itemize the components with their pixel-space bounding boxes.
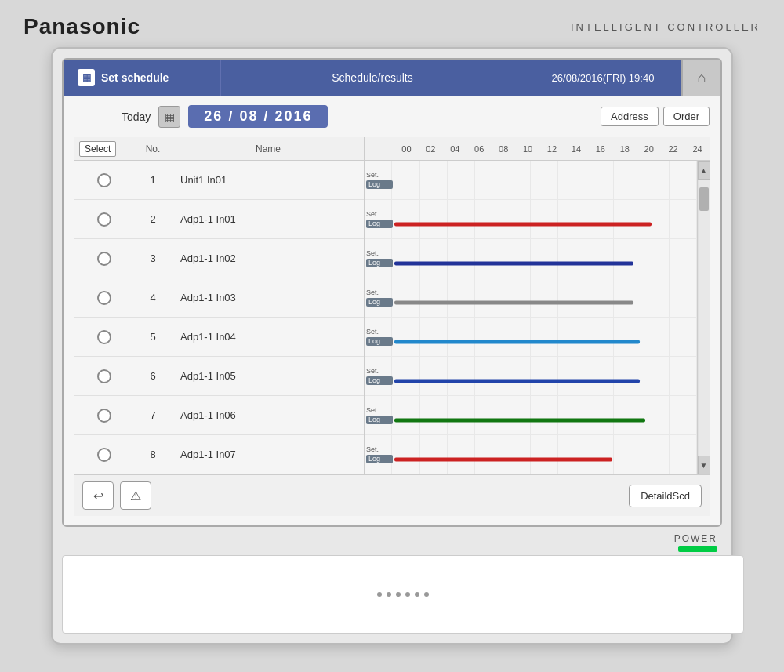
scrollbar: ▲ ▼ xyxy=(697,161,710,474)
schedule-bar xyxy=(394,379,640,383)
chart-row: Set. Log xyxy=(365,357,697,396)
col-no-header: No. xyxy=(133,143,172,154)
time-tick: 20 xyxy=(637,144,661,154)
col-select-header: Select xyxy=(74,141,133,157)
table-header-row: Select No. Name xyxy=(74,137,364,161)
left-panel: Select No. Name 1 Unit1 In01 2 Adp1-1 In… xyxy=(74,137,365,474)
table-row: 4 Adp1-1 In03 xyxy=(74,278,364,318)
header-set-schedule: ▦ Set schedule xyxy=(64,60,220,96)
back-button[interactable]: ↩ xyxy=(82,481,114,510)
controller-label: INTELLIGENT CONTROLLER xyxy=(571,21,760,33)
warning-button[interactable]: ⚠ xyxy=(120,481,151,510)
row-name: Adp1-1 In02 xyxy=(172,252,364,264)
time-tick: 14 xyxy=(564,144,588,154)
row-number: 4 xyxy=(133,292,172,303)
order-button[interactable]: Order xyxy=(663,107,710,126)
row-radio[interactable] xyxy=(74,212,133,227)
row-radio[interactable] xyxy=(74,291,133,305)
row-number: 7 xyxy=(133,409,172,421)
chart-area xyxy=(394,239,697,278)
set-log-labels: Set. Log xyxy=(365,239,394,278)
row-number: 5 xyxy=(133,331,172,343)
scroll-down-button[interactable]: ▼ xyxy=(698,456,710,474)
chart-area xyxy=(394,200,697,238)
calendar-date-icon[interactable]: ▦ xyxy=(158,106,180,128)
address-button[interactable]: Address xyxy=(601,107,659,126)
row-name: Adp1-1 In07 xyxy=(172,449,364,460)
row-radio[interactable] xyxy=(74,330,133,344)
row-number: 6 xyxy=(133,370,172,382)
row-radio[interactable] xyxy=(74,369,133,383)
time-tick: 24 xyxy=(685,144,710,154)
set-log-labels: Set. Log xyxy=(365,435,394,474)
radio-circle xyxy=(97,448,111,462)
table-row: 1 Unit1 In01 xyxy=(74,161,364,200)
schedule-bar xyxy=(394,300,633,304)
log-label: Log xyxy=(366,376,393,385)
scroll-track xyxy=(699,180,710,456)
chart-row: Set. Log xyxy=(365,161,697,200)
header-datetime: 26/08/2016(FRI) 19:40 xyxy=(524,60,681,96)
row-name: Adp1-1 In03 xyxy=(172,292,364,303)
screen-header: ▦ Set schedule Schedule/results 26/08/20… xyxy=(64,60,720,96)
time-tick: 02 xyxy=(419,144,443,154)
today-label: Today xyxy=(122,111,151,123)
time-tick: 08 xyxy=(492,144,516,154)
dot-1 xyxy=(377,592,382,597)
chart-area xyxy=(394,161,697,199)
set-label: Set. xyxy=(366,211,393,218)
home-button[interactable]: ⌂ xyxy=(681,60,720,96)
time-tick: 06 xyxy=(467,144,492,154)
chart-area xyxy=(394,396,697,434)
select-button[interactable]: Select xyxy=(79,141,116,157)
set-log-labels: Set. Log xyxy=(365,161,394,199)
detail-scd-button[interactable]: DetaildScd xyxy=(629,485,702,507)
row-radio[interactable] xyxy=(74,409,133,423)
time-tick: 10 xyxy=(516,144,540,154)
scroll-up-button[interactable]: ▲ xyxy=(698,161,710,180)
bottom-toolbar: ↩ ⚠ DetaildScd xyxy=(74,474,710,516)
set-schedule-label: Set schedule xyxy=(101,71,169,84)
bottom-panel xyxy=(62,555,744,634)
panasonic-logo: Panasonic xyxy=(24,14,140,39)
dot-3 xyxy=(396,592,401,597)
table-row: 7 Adp1-1 In06 xyxy=(74,396,364,435)
set-label: Set. xyxy=(366,407,393,414)
power-section: POWER xyxy=(62,533,722,552)
time-tick: 12 xyxy=(540,144,564,154)
log-label: Log xyxy=(366,416,393,424)
radio-circle xyxy=(97,409,111,423)
dot-2 xyxy=(387,592,391,597)
dot-6 xyxy=(424,592,429,597)
table-row: 8 Adp1-1 In07 xyxy=(74,435,364,474)
power-indicator xyxy=(678,546,717,552)
dot-5 xyxy=(415,592,419,597)
chart-row: Set. Log xyxy=(365,435,697,474)
chart-row: Set. Log xyxy=(365,278,697,318)
set-label: Set. xyxy=(366,329,393,336)
radio-circle xyxy=(97,252,111,266)
set-label: Set. xyxy=(366,368,393,375)
schedule-bar xyxy=(394,418,645,422)
chart-rows-container: Set. Log Set. Log Set. Log Set. Log Set.… xyxy=(365,161,710,474)
set-label: Set. xyxy=(366,289,393,296)
row-radio[interactable] xyxy=(74,173,133,187)
chart-area xyxy=(394,278,697,317)
chart-area xyxy=(394,357,697,395)
row-radio[interactable] xyxy=(74,252,133,266)
log-label: Log xyxy=(366,337,393,346)
row-name: Adp1-1 In06 xyxy=(172,409,364,421)
schedule-results-label: Schedule/results xyxy=(220,60,524,96)
schedule-bar xyxy=(394,222,652,226)
row-radio[interactable] xyxy=(74,448,133,462)
chart-area xyxy=(394,318,697,356)
chart-row: Set. Log xyxy=(365,200,697,239)
scroll-thumb[interactable] xyxy=(699,187,709,211)
chart-row: Set. Log xyxy=(365,396,697,435)
table-row: 5 Adp1-1 In04 xyxy=(74,318,364,357)
radio-circle xyxy=(97,369,111,383)
set-label: Set. xyxy=(366,172,393,179)
time-tick: 16 xyxy=(588,144,612,154)
row-number: 8 xyxy=(133,449,172,460)
time-header: 00020406081012141618202224 xyxy=(365,137,710,161)
